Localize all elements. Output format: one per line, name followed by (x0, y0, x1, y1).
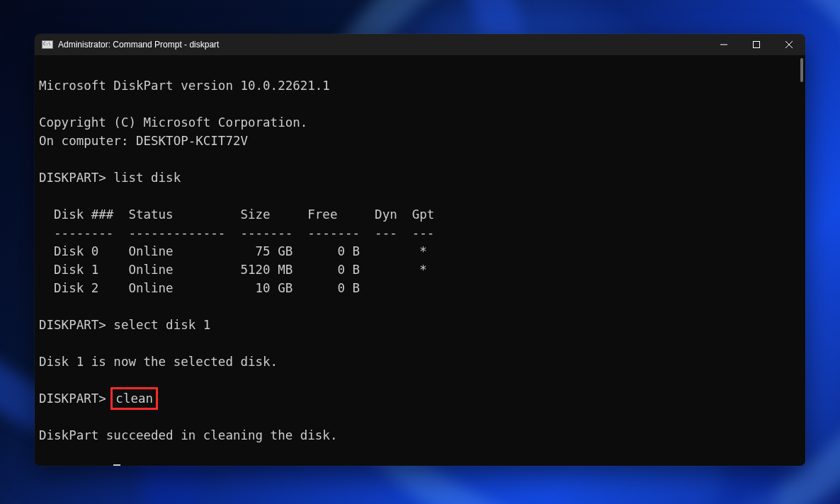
table-header: Disk ### Status Size Free Dyn Gpt (39, 207, 434, 222)
minimize-button[interactable] (708, 34, 740, 55)
command-prompt-window: C:\ Administrator: Command Prompt - disk… (35, 34, 805, 466)
table-row: Disk 0 Online 75 GB 0 B * (39, 244, 427, 258)
table-row: Disk 1 Online 5120 MB 0 B * (39, 263, 427, 277)
prompt-line: DISKPART> list disk (39, 171, 181, 185)
prompt: DISKPART> (39, 318, 113, 332)
prompt: DISKPART> (39, 465, 113, 466)
prompt-line: DISKPART> select disk 1 (39, 318, 210, 332)
command-text: clean (115, 391, 153, 406)
scrollbar-thumb[interactable] (800, 58, 803, 82)
highlighted-command: clean (110, 387, 158, 410)
terminal-output[interactable]: Microsoft DiskPart version 10.0.22621.1 … (35, 55, 805, 466)
window-controls (708, 34, 805, 55)
maximize-button[interactable] (740, 34, 773, 55)
minimize-icon (720, 41, 727, 48)
svg-rect-1 (754, 42, 760, 48)
titlebar[interactable]: C:\ Administrator: Command Prompt - disk… (35, 34, 805, 55)
window-title: Administrator: Command Prompt - diskpart (58, 40, 708, 50)
command-text: list disk (113, 171, 181, 185)
output-line: Microsoft DiskPart version 10.0.22621.1 (39, 79, 330, 93)
command-text: select disk 1 (113, 318, 210, 332)
maximize-icon (753, 41, 760, 48)
output-line: Disk 1 is now the selected disk. (39, 355, 278, 369)
scrollbar[interactable] (795, 55, 805, 466)
cmd-icon: C:\ (42, 40, 53, 49)
text-cursor (113, 464, 120, 466)
close-icon (785, 41, 793, 48)
prompt-line: DISKPART> clean (39, 391, 155, 406)
output-line: Copyright (C) Microsoft Corporation. (39, 115, 307, 130)
prompt: DISKPART> (39, 391, 113, 406)
prompt: DISKPART> (39, 171, 113, 185)
close-button[interactable] (773, 34, 805, 55)
output-line: On computer: DESKTOP-KCIT72V (39, 134, 248, 148)
prompt-line: DISKPART> (39, 465, 120, 466)
table-rule: -------- ------------- ------- ------- -… (39, 226, 434, 240)
table-row: Disk 2 Online 10 GB 0 B (39, 281, 360, 295)
output-line: DiskPart succeeded in cleaning the disk. (39, 428, 337, 442)
